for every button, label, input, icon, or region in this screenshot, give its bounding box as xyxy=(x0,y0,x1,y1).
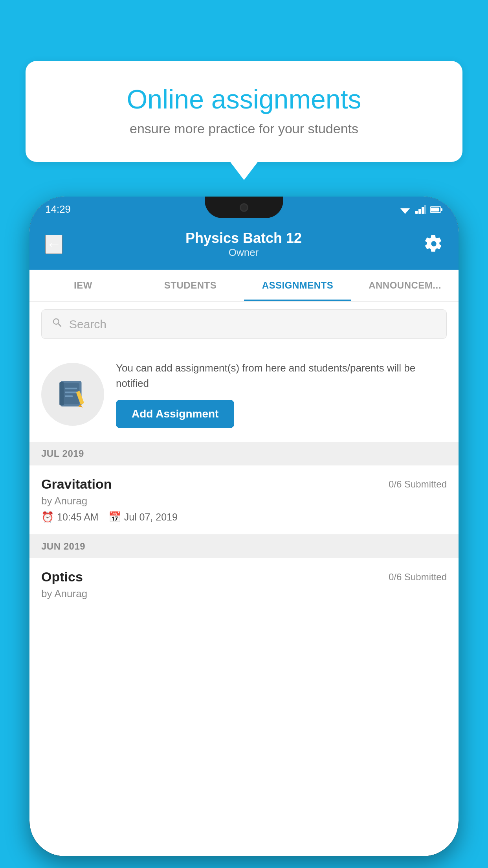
speech-bubble-container: Online assignments ensure more practice … xyxy=(26,61,462,162)
assignment-item-optics[interactable]: Optics 0/6 Submitted by Anurag xyxy=(29,558,459,615)
svg-rect-11 xyxy=(59,382,64,405)
svg-rect-12 xyxy=(65,388,77,389)
tab-assignments[interactable]: ASSIGNMENTS xyxy=(244,270,351,301)
assignment-by-optics: by Anurag xyxy=(41,588,447,600)
search-bar[interactable]: Search xyxy=(41,309,447,339)
svg-rect-3 xyxy=(418,209,421,214)
header-subtitle: Owner xyxy=(185,246,302,259)
bubble-title: Online assignments xyxy=(53,85,435,114)
promo-section: You can add assignment(s) from here and … xyxy=(29,347,459,442)
section-header-jul: JUL 2019 xyxy=(29,442,459,465)
svg-rect-14 xyxy=(65,395,73,397)
battery-icon xyxy=(430,206,443,213)
assignment-meta-gravitation: ⏰ 10:45 AM 📅 Jul 07, 2019 xyxy=(41,511,447,523)
speech-bubble: Online assignments ensure more practice … xyxy=(26,61,462,162)
search-placeholder: Search xyxy=(69,318,106,331)
svg-rect-7 xyxy=(441,208,442,211)
phone-inner: 14:29 xyxy=(29,197,459,856)
assignment-submitted-gravitation: 0/6 Submitted xyxy=(389,479,447,490)
tab-iew[interactable]: IEW xyxy=(29,270,137,301)
add-assignment-button[interactable]: Add Assignment xyxy=(116,400,234,428)
notebook-icon xyxy=(55,377,90,412)
assignment-submitted-optics: 0/6 Submitted xyxy=(389,572,447,583)
assignment-name-optics: Optics xyxy=(41,569,83,585)
svg-rect-5 xyxy=(424,205,426,214)
back-button[interactable]: ← xyxy=(45,235,62,254)
search-icon xyxy=(51,317,63,331)
camera-dot xyxy=(240,203,248,212)
tab-students[interactable]: STUDENTS xyxy=(137,270,244,301)
phone-frame: 14:29 xyxy=(29,197,459,856)
svg-marker-1 xyxy=(402,210,408,214)
tab-announcements[interactable]: ANNOUNCEM... xyxy=(351,270,459,301)
section-label-jul: JUL 2019 xyxy=(41,448,84,459)
assignment-top-optics: Optics 0/6 Submitted xyxy=(41,569,447,585)
bubble-subtitle: ensure more practice for your students xyxy=(53,121,435,136)
svg-rect-2 xyxy=(415,211,418,214)
signal-icon xyxy=(415,205,426,214)
header-title: Physics Batch 12 xyxy=(185,230,302,246)
assignment-name-gravitation: Gravitation xyxy=(41,476,112,492)
gear-icon xyxy=(425,235,443,253)
section-header-jun: JUN 2019 xyxy=(29,535,459,558)
svg-rect-13 xyxy=(65,392,77,393)
assignment-time-gravitation: ⏰ 10:45 AM xyxy=(41,511,99,523)
assignment-item-gravitation[interactable]: Gravitation 0/6 Submitted by Anurag ⏰ 10… xyxy=(29,465,459,535)
settings-button[interactable] xyxy=(425,235,443,254)
tabs-container: IEW STUDENTS ASSIGNMENTS ANNOUNCEM... xyxy=(29,270,459,302)
assignment-by-gravitation: by Anurag xyxy=(41,495,447,507)
clock-icon: ⏰ xyxy=(41,511,54,523)
status-time: 14:29 xyxy=(45,203,71,215)
svg-rect-4 xyxy=(422,207,424,214)
notch xyxy=(205,197,283,218)
app-header: ← Physics Batch 12 Owner xyxy=(29,222,459,270)
section-label-jun: JUN 2019 xyxy=(41,541,85,552)
svg-rect-8 xyxy=(431,208,439,211)
calendar-icon: 📅 xyxy=(108,511,121,523)
wifi-icon xyxy=(399,205,411,214)
promo-text: You can add assignment(s) from here and … xyxy=(116,360,447,391)
promo-icon-circle xyxy=(41,363,104,426)
status-bar: 14:29 xyxy=(29,197,459,222)
assignment-date-gravitation: 📅 Jul 07, 2019 xyxy=(108,511,178,523)
assignment-top: Gravitation 0/6 Submitted xyxy=(41,476,447,492)
header-center: Physics Batch 12 Owner xyxy=(185,230,302,259)
promo-content: You can add assignment(s) from here and … xyxy=(116,360,447,428)
status-icons xyxy=(399,205,443,214)
search-container: Search xyxy=(29,302,459,347)
